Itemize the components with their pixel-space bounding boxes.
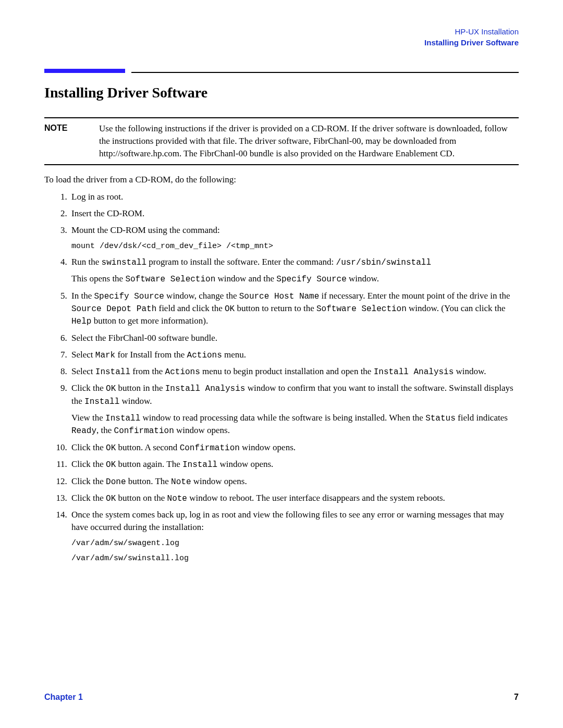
header-section: Installing Driver Software	[44, 37, 519, 48]
step-9-sub: View the Install window to read processi…	[71, 412, 519, 437]
t: from the	[130, 366, 165, 376]
t: Click the	[71, 383, 106, 393]
t: for Install from the	[115, 350, 187, 360]
code: Confirmation	[114, 426, 174, 436]
code: /usr/sbin/swinstall	[336, 258, 431, 267]
t: Click the	[71, 442, 106, 452]
t: button. A second	[116, 442, 179, 452]
code: Actions	[187, 351, 222, 360]
code: Source Host Name	[239, 292, 320, 301]
header-chapter: HP-UX Installation	[44, 26, 519, 37]
code: Note	[171, 477, 191, 487]
note-box: NOTE Use the following instructions if t…	[44, 117, 519, 165]
t: window opens.	[240, 442, 296, 452]
code: Mark	[95, 351, 115, 360]
t: Click the	[71, 459, 106, 469]
t: menu to begin product installation and o…	[200, 366, 374, 376]
t: , the	[96, 425, 114, 435]
code: Install	[84, 397, 119, 406]
step-14-code1: /var/adm/sw/swagent.log	[71, 538, 519, 549]
t: program to install the software. Enter t…	[146, 257, 336, 267]
step-14: Once the system comes back up, log in as…	[69, 509, 519, 564]
code: Source Depot Path	[71, 304, 156, 314]
code: Confirmation	[180, 443, 240, 453]
code: Actions	[165, 367, 200, 377]
code: Note	[167, 494, 187, 503]
step-12: Click the Done button. The Note window o…	[69, 475, 519, 488]
t: Click the	[71, 476, 106, 486]
t: Click the	[71, 493, 106, 503]
code: Software Selection	[316, 304, 407, 314]
code: OK	[225, 304, 235, 314]
t: button again. The	[116, 459, 182, 469]
step-8: Select Install from the Actions menu to …	[69, 365, 519, 378]
t: window. (You can click the	[407, 303, 506, 313]
t: window opens.	[191, 476, 247, 486]
step-11: Click the OK button again. The Install w…	[69, 458, 519, 471]
t: menu.	[222, 350, 246, 360]
code: Specify Source	[276, 275, 346, 284]
code: Install Analysis	[374, 367, 454, 377]
t: window, change the	[164, 291, 239, 301]
steps-list: Log in as root. Insert the CD-ROM. Mount…	[44, 191, 519, 564]
step-14-text: Once the system comes back up, log in as…	[71, 510, 504, 532]
t: button to get more information).	[91, 316, 208, 326]
t: button to return to the	[235, 303, 316, 313]
step-10: Click the OK button. A second Confirmati…	[69, 441, 519, 454]
horizontal-rule	[131, 72, 519, 73]
t: if necessary. Enter the mount point of t…	[319, 291, 510, 301]
code: Help	[71, 317, 91, 326]
note-label: NOTE	[44, 122, 99, 159]
t: window opens.	[174, 425, 230, 435]
t: window and the	[215, 274, 276, 283]
t: window.	[119, 396, 152, 406]
t: In the	[71, 291, 94, 301]
code: OK	[106, 443, 116, 453]
code: Software Selection	[125, 275, 215, 284]
code: Done	[106, 477, 126, 487]
code: OK	[106, 384, 116, 393]
step-9: Click the OK button in the Install Analy…	[69, 382, 519, 437]
code: OK	[106, 460, 116, 470]
t: View the	[71, 413, 105, 423]
t: This opens the	[71, 274, 125, 283]
step-14-code2: /var/adm/sw/swinstall.log	[71, 553, 519, 564]
t: window.	[347, 274, 379, 283]
step-4: Run the swinstall program to install the…	[69, 256, 519, 286]
code: OK	[106, 494, 116, 503]
code: Ready	[71, 426, 96, 436]
t: Run the	[71, 257, 102, 267]
step-5: In the Specify Source window, change the…	[69, 290, 519, 328]
step-2: Insert the CD-ROM.	[69, 207, 519, 220]
footer-chapter: Chapter 1	[44, 692, 83, 703]
section-rule	[44, 69, 519, 73]
t: button in the	[116, 383, 165, 393]
t: field indicates	[456, 413, 508, 423]
accent-bar	[44, 69, 125, 73]
intro-text: To load the driver from a CD-ROM, do the…	[44, 174, 519, 186]
step-3-code: mount /dev/dsk/<cd_rom_dev_file> /<tmp_m…	[71, 241, 519, 252]
t: Select	[71, 350, 95, 360]
t: button on the	[116, 493, 167, 503]
step-3-text: Mount the CD-ROM using the command:	[71, 225, 220, 235]
footer-page-number: 7	[514, 692, 519, 703]
t: window opens.	[217, 459, 273, 469]
code: Specify Source	[94, 292, 164, 301]
t: window.	[454, 366, 486, 376]
page-footer: Chapter 1 7	[44, 692, 519, 703]
step-3: Mount the CD-ROM using the command: moun…	[69, 224, 519, 252]
t: button. The	[126, 476, 172, 486]
code: Status	[425, 414, 456, 423]
code: Install	[182, 460, 217, 470]
step-1: Log in as root.	[69, 191, 519, 203]
code: Install Analysis	[165, 384, 246, 393]
running-header: HP-UX Installation Installing Driver Sof…	[44, 26, 519, 48]
code: Install	[105, 414, 140, 423]
note-text: Use the following instructions if the dr…	[99, 122, 519, 159]
code: Install	[95, 367, 130, 377]
t: field and click the	[156, 303, 225, 313]
t: Select	[71, 366, 95, 376]
t: window to read processing data while the…	[140, 413, 425, 423]
section-title: Installing Driver Software	[44, 82, 519, 103]
step-7: Select Mark for Install from the Actions…	[69, 349, 519, 361]
